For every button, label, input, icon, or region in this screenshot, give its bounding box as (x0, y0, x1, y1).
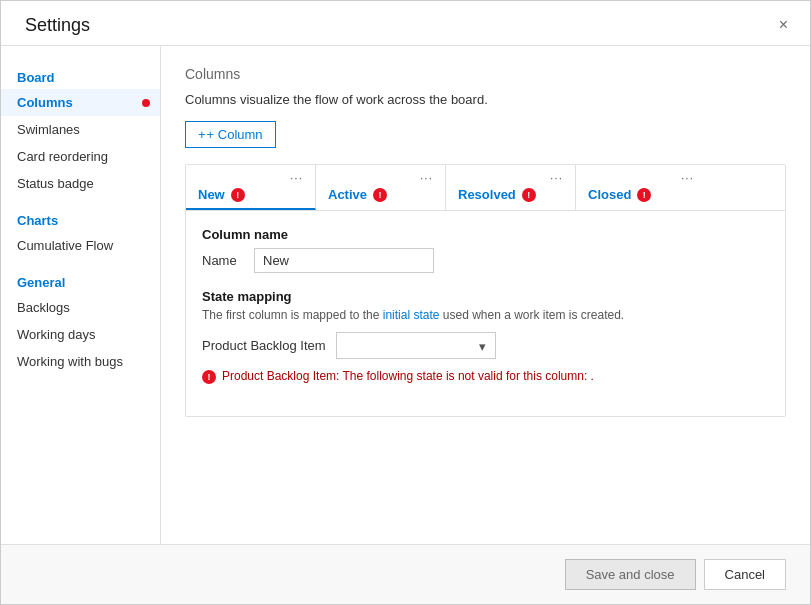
sidebar-section-board: Board (1, 62, 160, 89)
column-name-group: Column name Name (202, 227, 769, 273)
column-name-new: New (198, 187, 225, 202)
column-name-row: Name (202, 248, 769, 273)
section-title: Columns (185, 66, 786, 82)
columns-header: ··· New ! ··· Active (186, 165, 785, 211)
state-mapping-title: State mapping (202, 289, 769, 304)
column-name-section-title: Column name (202, 227, 769, 242)
column-tab-active[interactable]: ··· Active ! (316, 165, 446, 210)
sidebar-item-backlogs[interactable]: Backlogs (1, 294, 160, 321)
state-select[interactable] (336, 332, 496, 359)
column-name-input[interactable] (254, 248, 434, 273)
dialog-body: Board Columns Swimlanes Card reordering … (1, 46, 810, 544)
column-menu-icon-closed[interactable]: ··· (681, 171, 694, 185)
column-name-resolved: Resolved (458, 187, 516, 202)
sidebar-item-columns[interactable]: Columns (1, 89, 160, 116)
save-and-close-button[interactable]: Save and close (565, 559, 696, 590)
state-mapping-group: State mapping The first column is mapped… (202, 289, 769, 384)
column-name-closed: Closed (588, 187, 631, 202)
settings-dialog: Settings × Board Columns Swimlanes Card … (0, 0, 811, 605)
column-error-active: ! (373, 188, 387, 202)
state-select-wrapper (336, 332, 496, 359)
columns-container: ··· New ! ··· Active (185, 164, 786, 417)
plus-icon: + (198, 127, 206, 142)
sidebar-item-swimlanes[interactable]: Swimlanes (1, 116, 160, 143)
column-tab-closed[interactable]: ··· Closed ! (576, 165, 706, 210)
column-tab-new[interactable]: ··· New ! (186, 165, 316, 210)
main-content: Columns Columns visualize the flow of wo… (161, 46, 810, 544)
column-tab-resolved[interactable]: ··· Resolved ! (446, 165, 576, 210)
sidebar-item-working-with-bugs[interactable]: Working with bugs (1, 348, 160, 375)
error-message: ! Product Backlog Item: The following st… (202, 369, 769, 384)
column-menu-icon-active[interactable]: ··· (420, 171, 433, 185)
close-button[interactable]: × (773, 13, 794, 37)
cancel-button[interactable]: Cancel (704, 559, 786, 590)
state-mapping-highlight: initial state (383, 308, 440, 322)
state-mapping-description: The first column is mapped to the initia… (202, 308, 769, 322)
error-icon: ! (202, 370, 216, 384)
sidebar-item-cumulative-flow[interactable]: Cumulative Flow (1, 232, 160, 259)
add-column-button[interactable]: + + Column (185, 121, 276, 148)
column-name-active: Active (328, 187, 367, 202)
sidebar-section-charts: Charts (1, 205, 160, 232)
sidebar-item-status-badge[interactable]: Status badge (1, 170, 160, 197)
column-detail-panel: Column name Name State mapping The first… (186, 211, 785, 416)
column-error-new: ! (231, 188, 245, 202)
sidebar-section-general: General (1, 267, 160, 294)
dialog-title: Settings (25, 15, 90, 36)
column-error-resolved: ! (522, 188, 536, 202)
dialog-header: Settings × (1, 1, 810, 46)
state-mapping-row: Product Backlog Item (202, 332, 769, 359)
column-error-closed: ! (637, 188, 651, 202)
error-text: Product Backlog Item: The following stat… (222, 369, 594, 383)
column-menu-icon-resolved[interactable]: ··· (550, 171, 563, 185)
sidebar-item-card-reordering[interactable]: Card reordering (1, 143, 160, 170)
sidebar: Board Columns Swimlanes Card reordering … (1, 46, 161, 544)
columns-description: Columns visualize the flow of work acros… (185, 92, 786, 107)
sidebar-item-working-days[interactable]: Working days (1, 321, 160, 348)
dialog-footer: Save and close Cancel (1, 544, 810, 604)
name-label: Name (202, 253, 242, 268)
product-backlog-label: Product Backlog Item (202, 338, 326, 353)
column-menu-icon-new[interactable]: ··· (290, 171, 303, 185)
